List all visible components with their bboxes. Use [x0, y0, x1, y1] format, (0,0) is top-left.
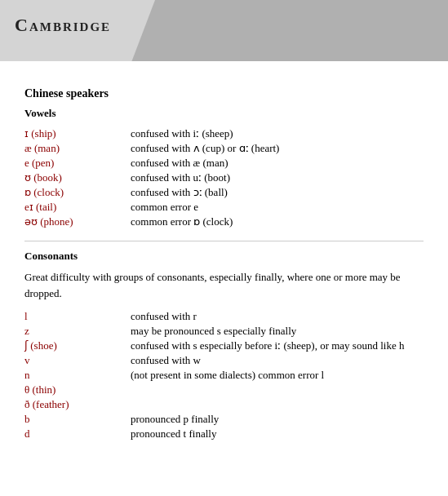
description-cell: confused with iː (sheep): [131, 126, 424, 141]
description-cell: confused with uː (boot): [131, 170, 424, 185]
description-cell: common error ɒ (clock): [131, 215, 424, 229]
phoneme-cell: l: [24, 309, 131, 324]
table-row: əʊ (phone) common error ɒ (clock): [24, 215, 424, 229]
description-cell: confused with r: [131, 309, 424, 324]
table-row: e (pen) confused with æ (man): [24, 156, 424, 170]
description-cell: confused with s especially before iː (sh…: [131, 339, 424, 353]
description-cell: common error e: [131, 200, 424, 215]
section-heading: Chinese speakers: [24, 87, 424, 100]
consonants-heading: Consonants: [24, 250, 424, 263]
table-row: θ (thin): [24, 383, 424, 397]
description-cell: may be pronounced s especially finally: [131, 324, 424, 339]
phoneme-cell: ð (feather): [24, 397, 131, 412]
consonants-intro: Great difficulty with groups of consonan…: [24, 269, 424, 301]
description-cell: (not present in some dialects) common er…: [131, 368, 424, 383]
table-row: l confused with r: [24, 309, 424, 324]
table-row: eɪ (tail) common error e: [24, 200, 424, 215]
table-row: ʊ (book) confused with uː (boot): [24, 170, 424, 185]
phoneme-cell: b: [24, 412, 131, 427]
phoneme-cell: æ (man): [24, 141, 131, 156]
phoneme-cell: d: [24, 427, 131, 441]
phoneme-cell: v: [24, 353, 131, 368]
description-cell: confused with ʌ (cup) or ɑː (heart): [131, 141, 424, 156]
description-cell: confused with æ (man): [131, 156, 424, 170]
phoneme-cell: z: [24, 324, 131, 339]
table-row: ð (feather): [24, 397, 424, 412]
consonants-table: l confused with r z may be pronounced s …: [24, 309, 424, 441]
section-divider: [24, 241, 424, 241]
phoneme-cell: n: [24, 368, 131, 383]
header: Cambridge: [0, 0, 448, 61]
table-row: z may be pronounced s especially finally: [24, 324, 424, 339]
phoneme-cell: əʊ (phone): [24, 215, 131, 229]
description-cell: confused with w: [131, 353, 424, 368]
phoneme-cell: e (pen): [24, 156, 131, 170]
vowels-table: ɪ (ship) confused with iː (sheep) æ (man…: [24, 126, 424, 229]
vowels-heading: Vowels: [24, 107, 424, 120]
description-cell: confused with ɔː (ball): [131, 185, 424, 200]
phoneme-cell: ɪ (ship): [24, 126, 131, 141]
table-row: v confused with w: [24, 353, 424, 368]
description-cell: pronounced t finally: [131, 427, 424, 441]
phoneme-cell: θ (thin): [24, 383, 131, 397]
table-row: æ (man) confused with ʌ (cup) or ɑː (hea…: [24, 141, 424, 156]
phoneme-cell: ʃ (shoe): [24, 339, 131, 353]
table-row: ɒ (clock) confused with ɔː (ball): [24, 185, 424, 200]
cambridge-logo-text: Cambridge: [15, 15, 111, 35]
phoneme-cell: eɪ (tail): [24, 200, 131, 215]
table-row: b pronounced p finally: [24, 412, 424, 427]
phoneme-cell: ʊ (book): [24, 170, 131, 185]
table-row: n (not present in some dialects) common …: [24, 368, 424, 383]
table-row: ʃ (shoe) confused with s especially befo…: [24, 339, 424, 353]
main-content: Chinese speakers Vowels ɪ (ship) confuse…: [0, 61, 448, 456]
table-row: ɪ (ship) confused with iː (sheep): [24, 126, 424, 141]
description-cell: [131, 383, 424, 397]
header-title: Cambridge: [15, 15, 111, 36]
table-row: d pronounced t finally: [24, 427, 424, 441]
description-cell: pronounced p finally: [131, 412, 424, 427]
phoneme-cell: ɒ (clock): [24, 185, 131, 200]
description-cell: [131, 397, 424, 412]
